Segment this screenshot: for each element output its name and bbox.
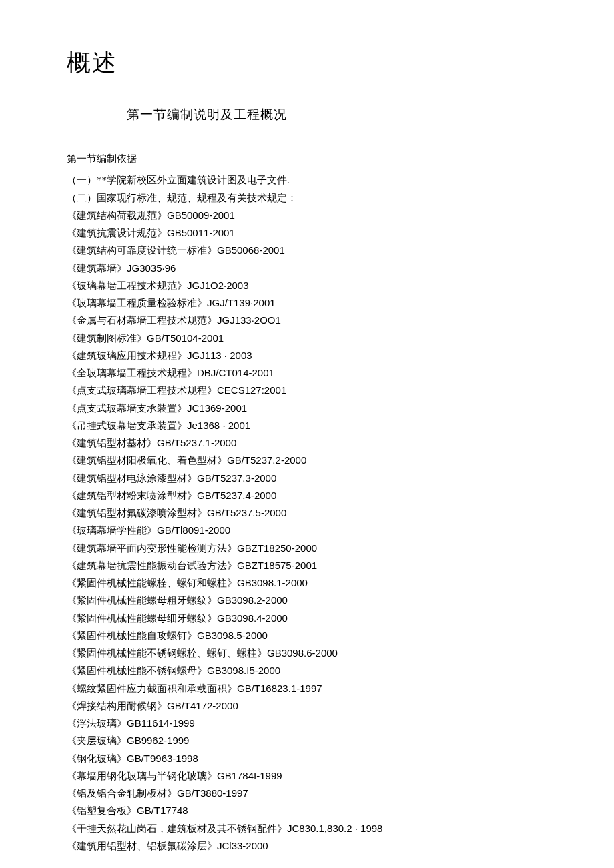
standard-code: GB/T4172-2000 bbox=[167, 700, 238, 711]
standard-item: 《建筑结构荷载规范》GB50009-2001 bbox=[67, 207, 547, 224]
standard-name: 《铝及铝合金轧制板材》 bbox=[67, 788, 177, 799]
standard-name: 《玻璃幕墙工程技术规范》 bbox=[67, 280, 187, 291]
standard-item: 《铝及铝合金轧制板材》GB/T3880-1997 bbox=[67, 785, 547, 802]
standard-item: 《紧固件机械性能螺母细牙螺纹》GB3098.4-2000 bbox=[67, 610, 547, 627]
standard-name: 《玻璃幕墙工程质量检验标准》 bbox=[67, 298, 207, 308]
chapter-title: 概述 bbox=[67, 47, 547, 79]
standard-code: GB3098.6-2000 bbox=[267, 647, 338, 659]
standard-item: 《吊挂式玻幕墙支承装置》Je1368 · 2001 bbox=[67, 417, 547, 434]
standard-item: 《建筑抗震设计规范》GB50011-2001 bbox=[67, 224, 547, 242]
standard-code: GB50009-2001 bbox=[167, 209, 235, 221]
standard-code: Je1368 · 2001 bbox=[187, 420, 250, 431]
intro-line-1: （一）**学院新校区外立面建筑设计图及电子文件. bbox=[67, 171, 547, 189]
standard-item: 《紧固件机械性能螺栓、螺钉和螺柱》GB3098.1-2000 bbox=[67, 574, 547, 592]
standard-code: GB/T5237.5-2000 bbox=[207, 507, 286, 518]
standard-name: 《铝塑复合板》 bbox=[67, 805, 137, 816]
standard-item: 《幕墙用钢化玻璃与半钢化玻璃》GB1784I-1999 bbox=[67, 767, 547, 785]
standard-code: GB/T17748 bbox=[137, 805, 188, 816]
standard-code: GBZT18250-2000 bbox=[237, 542, 317, 554]
standard-name: 《金属与石材幕墙工程技术规范》 bbox=[67, 315, 217, 326]
standard-item: 《干挂天然花山岗石，建筑板材及其不锈钢配件》JC830.1,830.2 · 19… bbox=[67, 820, 547, 837]
standard-code: GB3098.I5-2000 bbox=[207, 665, 280, 676]
standard-code: GB/T9963-1998 bbox=[127, 753, 198, 764]
standard-code: GBZT18575-2001 bbox=[237, 560, 317, 571]
standard-name: 《建筑结构荷载规范》 bbox=[67, 210, 167, 221]
standard-name: 《点支式玻幕墙支承装置》 bbox=[67, 403, 187, 414]
section-subtitle: 第一节编制说明及工程概况 bbox=[127, 106, 547, 123]
standard-item: 《点支式玻幕墙支承装置》JC1369-2001 bbox=[67, 400, 547, 417]
standard-name: 《建筑结构可靠度设计统一标准》 bbox=[67, 245, 217, 256]
standard-name: 《夹层玻璃》 bbox=[67, 735, 127, 746]
standard-item: 《夹层玻璃》GB9962-1999 bbox=[67, 732, 547, 749]
standard-code: GB/T5237.1-2000 bbox=[157, 437, 236, 448]
standard-name: 《焊接结构用耐候钢》 bbox=[67, 701, 167, 711]
section-heading: 第一节编制依据 bbox=[67, 150, 547, 167]
standard-item: 《玻璃幕墙工程技术规范》JGJ1O2·2003 bbox=[67, 277, 547, 294]
standard-item: 《全玻璃幕墙工程技术规程》DBJ/CT014-2001 bbox=[67, 364, 547, 382]
standard-item: 《紧固件机械性能不锈钢螺母》GB3098.I5-2000 bbox=[67, 662, 547, 679]
standard-name: 《紧固件机械性能自攻螺钉》 bbox=[67, 630, 197, 641]
standard-name: 《建筑铝型材基材》 bbox=[67, 438, 157, 448]
standard-name: 《紧固件机械性能螺栓、螺钉和螺柱》 bbox=[67, 578, 237, 588]
standard-item: 《紧固件机械性能螺母粗牙螺纹》GB3098.2-2000 bbox=[67, 592, 547, 609]
standard-code: GB/T16823.1-1997 bbox=[237, 683, 322, 694]
standard-name: 《玻璃幕墙学性能》 bbox=[67, 525, 157, 536]
standard-code: GB/T5237.2-2000 bbox=[227, 454, 306, 466]
standard-name: 《建筑制图标准》 bbox=[67, 333, 147, 344]
standard-item: 《钢化玻璃》GB/T9963-1998 bbox=[67, 750, 547, 767]
standard-code: GB3098.5-2000 bbox=[197, 630, 268, 641]
standard-name: 《建筑幕墙》 bbox=[67, 263, 127, 274]
standard-code: JGJ113 · 2003 bbox=[187, 350, 252, 361]
standard-name: 《紧固件机械性能不锈钢螺母》 bbox=[67, 665, 207, 676]
standard-code: GB3098.4-2000 bbox=[217, 612, 288, 624]
standard-code: GB/T5237.3-2000 bbox=[197, 472, 276, 484]
standard-item: 《建筑制图标准》GB/T50104-2001 bbox=[67, 330, 547, 347]
standard-item: 《点支式玻璃幕墙工程技术规程》CECS127:2001 bbox=[67, 382, 547, 399]
standard-item: 《玻璃幕墙学性能》GB/Tl8091-2000 bbox=[67, 522, 547, 539]
standard-code: GB3098.1-2000 bbox=[237, 577, 308, 588]
standard-code: JCl33-2000 bbox=[217, 840, 268, 851]
standards-list: 《建筑结构荷载规范》GB50009-2001《建筑抗震设计规范》GB50011-… bbox=[67, 207, 547, 855]
standard-name: 《紧固件机械性能不锈钢螺栓、螺钉、螺柱》 bbox=[67, 648, 267, 659]
standard-name: 《螺纹紧固件应力截面积和承载面积》 bbox=[67, 683, 237, 694]
standard-code: GB9962-1999 bbox=[127, 735, 189, 746]
standard-name: 《建筑幕墙抗震性能振动台试验方法》 bbox=[67, 560, 237, 571]
standard-code: GB11614-1999 bbox=[127, 717, 195, 729]
standard-name: 《建筑玻璃应用技术规程》 bbox=[67, 350, 187, 361]
standard-name: 《建筑铝型材氟碳漆喷涂型材》 bbox=[67, 508, 207, 518]
standard-name: 《点支式玻璃幕墙工程技术规程》 bbox=[67, 385, 217, 396]
standard-code: JGJ1O2·2003 bbox=[187, 280, 249, 291]
standard-item: 《建筑铝型材粉末喷涂型材》GB/T5237.4-2000 bbox=[67, 487, 547, 504]
standard-item: 《建筑幕墙》JG3035·96 bbox=[67, 260, 547, 277]
standard-item: 《玻璃幕墙工程质量检验标准》JGJ/T139·2001 bbox=[67, 294, 547, 312]
standard-code: GB/Tl8091-2000 bbox=[157, 524, 230, 536]
standard-code: JC830.1,830.2 · 1998 bbox=[287, 823, 382, 834]
standard-item: 《建筑幕墙平面内变形性能检测方法》GBZT18250-2000 bbox=[67, 540, 547, 557]
standard-item: 《紧固件机械性能自攻螺钉》GB3098.5-2000 bbox=[67, 627, 547, 644]
standard-name: 《吊挂式玻幕墙支承装置》 bbox=[67, 420, 187, 431]
standard-name: 《紧固件机械性能螺母细牙螺纹》 bbox=[67, 613, 217, 624]
standard-code: GB3098.2-2000 bbox=[217, 594, 288, 606]
standard-name: 《紧固件机械性能螺母粗牙螺纹》 bbox=[67, 595, 217, 606]
standard-name: 《建筑用铝型材、铝板氟碳涂层》 bbox=[67, 841, 217, 851]
standard-item: 《建筑玻璃应用技术规程》JGJ113 · 2003 bbox=[67, 347, 547, 364]
standard-code: GB/T5237.4-2000 bbox=[197, 490, 276, 501]
standard-code: GB50011-2001 bbox=[167, 227, 235, 238]
standard-code: GB50068-2001 bbox=[217, 244, 285, 256]
standard-item: 《螺纹紧固件应力截面积和承载面积》GB/T16823.1-1997 bbox=[67, 680, 547, 697]
standard-code: GB/T50104-2001 bbox=[147, 332, 224, 344]
standard-name: 《建筑铝型材电泳涂漆型材》 bbox=[67, 473, 197, 484]
standard-item: 《焊接结构用耐候钢》GB/T4172-2000 bbox=[67, 697, 547, 715]
standard-name: 《幕墙用钢化玻璃与半钢化玻璃》 bbox=[67, 771, 217, 781]
standard-item: 《建筑铝型材电泳涂漆型材》GB/T5237.3-2000 bbox=[67, 470, 547, 487]
standard-code: CECS127:2001 bbox=[217, 384, 286, 396]
standard-code: JGJ133·2OO1 bbox=[217, 314, 281, 326]
standard-code: GB1784I-1999 bbox=[217, 770, 282, 781]
standard-code: GB/T3880-1997 bbox=[177, 787, 248, 799]
standard-name: 《建筑铝型材阳极氧化、着色型材》 bbox=[67, 455, 227, 466]
standard-name: 《干挂天然花山岗石，建筑板材及其不锈钢配件》 bbox=[67, 823, 287, 834]
standard-code: JG3035·96 bbox=[127, 262, 176, 274]
standard-item: 《建筑铝型材氟碳漆喷涂型材》GB/T5237.5-2000 bbox=[67, 504, 547, 522]
intro-line-2: （二）国家现行标准、规范、规程及有关技术规定： bbox=[67, 189, 547, 207]
standard-name: 《钢化玻璃》 bbox=[67, 753, 127, 764]
